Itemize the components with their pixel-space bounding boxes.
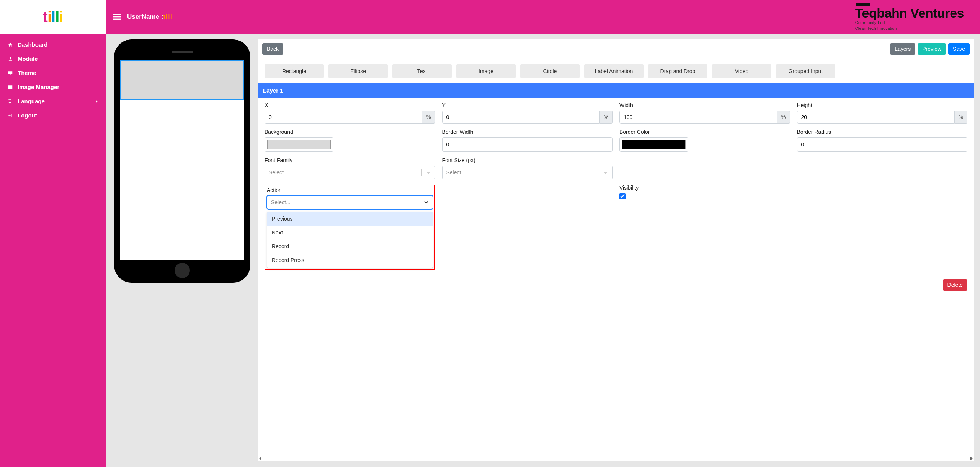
logo-letter: l (51, 8, 55, 25)
upload-icon (7, 56, 14, 62)
select-placeholder: Select... (267, 199, 420, 205)
x-label: X (265, 102, 435, 108)
action-dropdown: Previous Next Record Record Press Correc… (267, 212, 433, 268)
logo-letter: t (43, 8, 47, 25)
sidebar-item-label: Theme (18, 70, 36, 76)
border-color-picker[interactable] (619, 137, 688, 152)
border-width-label: Border Width (442, 129, 613, 135)
font-family-select[interactable]: Select... (265, 166, 435, 179)
visibility-label: Visibility (619, 185, 790, 191)
brand-name: Teqbahn Ventures (855, 7, 964, 20)
select-placeholder: Select... (443, 169, 599, 176)
action-option-record-press[interactable]: Record Press (267, 253, 433, 267)
tool-grouped-input[interactable]: Grouped Input (776, 64, 835, 78)
y-label: Y (442, 102, 613, 108)
sidebar-item-label: Dashboard (18, 41, 47, 48)
sidebar-item-label: Logout (18, 112, 37, 119)
tool-video[interactable]: Video (712, 64, 771, 78)
sidebar: tilli Dashboard Module Theme (0, 0, 106, 467)
chevron-right-icon (95, 99, 99, 104)
logout-icon (7, 113, 14, 118)
tool-drag-and-drop[interactable]: Drag and Drop (648, 64, 707, 78)
font-size-label: Font Size (px) (442, 157, 613, 163)
language-icon (7, 99, 14, 104)
home-icon (7, 42, 14, 47)
background-swatch (267, 140, 331, 149)
back-button[interactable]: Back (262, 43, 283, 55)
layer-title[interactable]: Layer 1 (258, 83, 974, 98)
horizontal-scrollbar[interactable] (258, 456, 974, 461)
phone-screen[interactable] (120, 60, 244, 260)
tool-label-animation[interactable]: Label Animation (584, 64, 644, 78)
border-radius-label: Border Radius (797, 129, 968, 135)
border-width-input[interactable] (442, 137, 613, 152)
height-input[interactable] (797, 111, 955, 124)
border-color-label: Border Color (619, 129, 790, 135)
chevron-down-icon (599, 169, 612, 176)
desktop-icon (7, 70, 14, 76)
y-input[interactable] (442, 111, 600, 124)
sidebar-item-label: Language (18, 98, 45, 104)
save-button[interactable]: Save (948, 43, 970, 55)
svg-rect-2 (113, 19, 121, 20)
image-icon (7, 85, 14, 90)
sidebar-item-image-manager[interactable]: Image Manager (0, 80, 106, 94)
sidebar-item-language[interactable]: Language (0, 94, 106, 108)
border-color-swatch (622, 140, 686, 149)
editor-panel: Back Layers Preview Save Rectangle Ellip… (258, 39, 974, 461)
phone-preview (114, 39, 250, 283)
x-unit: % (422, 111, 435, 124)
background-color-picker[interactable] (265, 137, 333, 152)
topbar: UserName : tilli Teqbahn Ventures Commun… (106, 0, 980, 34)
tool-text[interactable]: Text (392, 64, 452, 78)
tool-circle[interactable]: Circle (520, 64, 580, 78)
font-size-select[interactable]: Select... (442, 166, 613, 179)
width-label: Width (619, 102, 790, 108)
sidebar-item-label: Module (18, 55, 38, 62)
sidebar-item-module[interactable]: Module (0, 52, 106, 66)
sidebar-item-label: Image Manager (18, 84, 59, 90)
border-radius-input[interactable] (797, 137, 968, 152)
brand: Teqbahn Ventures Community-Led Clean Tec… (855, 3, 973, 31)
action-highlight: Action Select... Previous Next (265, 185, 435, 270)
tool-image[interactable]: Image (456, 64, 516, 78)
y-unit: % (600, 111, 612, 124)
chevron-down-icon (422, 169, 435, 176)
brand-tagline: Clean Tech Innovation (855, 26, 964, 31)
sidebar-item-theme[interactable]: Theme (0, 66, 106, 80)
height-label: Height (797, 102, 968, 108)
action-option-previous[interactable]: Previous (267, 212, 433, 226)
chevron-down-icon (420, 199, 433, 206)
visibility-checkbox[interactable] (619, 193, 626, 199)
preview-button[interactable]: Preview (918, 43, 946, 55)
font-family-label: Font Family (265, 157, 435, 163)
action-label: Action (267, 187, 433, 193)
height-unit: % (955, 111, 967, 124)
phone-speaker (172, 51, 193, 53)
delete-button[interactable]: Delete (943, 279, 967, 291)
action-option-next[interactable]: Next (267, 226, 433, 239)
username-value: tilli (163, 13, 173, 21)
logo-letter: l (55, 8, 59, 25)
width-input[interactable] (619, 111, 777, 124)
x-input[interactable] (265, 111, 422, 124)
layer-rectangle[interactable] (120, 60, 244, 100)
action-option-correct-answer[interactable]: Correct Answer (267, 267, 433, 268)
username-label: UserName : (127, 13, 163, 21)
svg-rect-1 (113, 16, 121, 18)
menu-icon[interactable] (113, 13, 121, 21)
sidebar-item-dashboard[interactable]: Dashboard (0, 37, 106, 52)
sidebar-item-logout[interactable]: Logout (0, 108, 106, 122)
svg-rect-0 (113, 14, 121, 15)
background-label: Background (265, 129, 435, 135)
logo-letter: i (59, 8, 63, 25)
tool-ellipse[interactable]: Ellipse (328, 64, 388, 78)
tool-rectangle[interactable]: Rectangle (265, 64, 324, 78)
logo: tilli (0, 0, 106, 34)
action-select[interactable]: Select... (267, 195, 433, 209)
phone-home-button (175, 263, 190, 278)
layers-button[interactable]: Layers (890, 43, 915, 55)
action-option-record[interactable]: Record (267, 239, 433, 253)
width-unit: % (777, 111, 790, 124)
logo-letter: i (47, 8, 51, 25)
